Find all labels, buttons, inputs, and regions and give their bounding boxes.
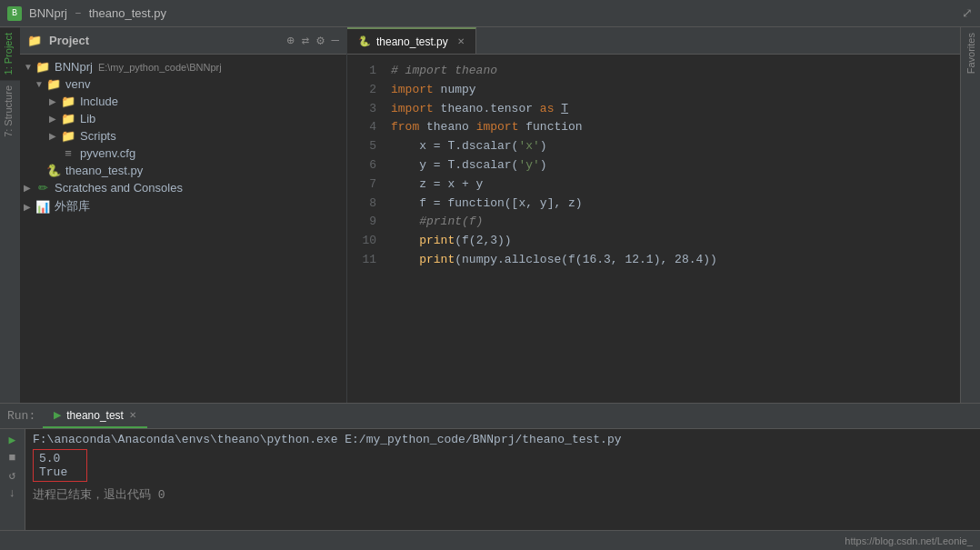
code-line-9: #print(f) [391,213,953,232]
scroll-icon[interactable]: ↓ [9,486,16,500]
run-tab-icon: ▶ [54,409,61,421]
code-token: ) [540,156,547,175]
code-token: print [419,251,455,270]
lib-folder-icon: 📁 [60,112,76,125]
run-tab[interactable]: ▶ theano_test ✕ [43,404,147,428]
tree-item-bnnprj[interactable]: ▼ 📁 BNNprj E:\my_python_code\BNNprj [20,58,346,75]
console-result-block: 5.0 True [33,448,973,483]
rerun-icon[interactable]: ↺ [9,468,16,483]
tree-label-theano: theano_test.py [65,164,143,177]
expand-arrow: ▶ [49,114,60,124]
stop-icon[interactable]: ■ [9,451,16,465]
run-tab-close[interactable]: ✕ [129,410,136,420]
tree-item-scratches[interactable]: ▶ ✏ Scratches and Consoles [20,179,346,196]
tree-item-pyvenv[interactable]: ▶ ≡ pyvenv.cfg [20,145,346,162]
tree-item-external-libs[interactable]: ▶ 📊 外部库 [20,196,346,216]
settings-icon[interactable]: ⚙ [316,33,324,48]
expand-arrow: ▶ [49,131,60,141]
editor-tab-theano[interactable]: 🐍 theano_test.py ✕ [347,27,476,54]
sidebar-tree: ▼ 📁 BNNprj E:\my_python_code\BNNprj ▼ 📁 … [20,55,346,403]
console-output: F:\anaconda\Anaconda\envs\theano\python.… [25,429,980,530]
status-url: https://blog.csdn.net/Leonie_ [845,535,973,546]
project-name: BNNprj [29,6,67,20]
tree-label-include: Include [80,95,118,108]
code-token: function [525,118,582,137]
code-token: f = function([x, y], z) [391,195,583,214]
code-token: (f(2,3)) [455,232,511,251]
collapse-icon[interactable]: ⇄ [302,33,309,48]
scripts-folder-icon: 📁 [60,129,76,143]
editor-tabs: 🐍 theano_test.py ✕ [347,27,960,55]
left-panel-strip: 1: Project 7: Structure [0,27,20,403]
code-token: 'y' [518,156,539,175]
structure-panel-label[interactable]: 7: Structure [0,80,20,143]
bottom-panel: Run: ▶ theano_test ✕ ▶ ■ ↺ ↓ F:\anaconda… [0,403,980,530]
code-line-6: y = T.dscalar('y') [391,156,953,175]
code-line-1: # import theano [391,62,953,81]
code-token: ) [540,137,547,156]
tab-py-icon: 🐍 [358,35,371,47]
sidebar-header: 📁 Project ⊕ ⇄ ⚙ — [20,27,346,55]
tree-item-theano-test[interactable]: ▶ 🐍 theano_test.py [20,162,346,179]
code-token: numpy [441,81,476,100]
tree-label-lib: Lib [80,112,95,125]
code-line-4: from theano import function [391,118,953,137]
cfg-icon: ≡ [60,146,76,160]
code-line-10: print(f(2,3)) [391,232,953,251]
add-icon[interactable]: ⊕ [286,33,294,48]
tree-label-pyvenv: pyvenv.cfg [80,146,135,160]
expand-arrow: ▶ [24,202,35,212]
console-status: 进程已结束，退出代码 0 [33,486,973,503]
run-tab-label: theano_test [66,409,124,422]
tree-label-external: 外部库 [55,198,90,215]
code-content[interactable]: # import theano import numpy import thea… [384,55,960,403]
tree-item-include[interactable]: ▶ 📁 Include [20,93,346,110]
expand-arrow: ▶ [24,183,35,193]
tree-path: E:\my_python_code\BNNprj [98,62,222,73]
run-button[interactable]: ▶ [9,433,16,447]
expand-arrow: ▶ [49,96,60,106]
app-icon: B [7,6,22,21]
code-token: #print(f) [391,213,483,232]
tree-item-scripts[interactable]: ▶ 📁 Scripts [20,127,346,145]
tab-close-icon[interactable]: ✕ [457,36,465,46]
sidebar-header-icons: ⊕ ⇄ ⚙ — [286,33,339,48]
tab-label: theano_test.py [376,35,448,48]
tree-label-venv: venv [65,77,90,91]
code-token: print [419,232,455,251]
code-token [391,251,419,270]
code-line-8: f = function([x, y], z) [391,195,953,214]
venv-folder-icon: 📁 [45,77,62,91]
code-token: x = T.dscalar( [391,137,518,156]
code-token: # import theano [391,62,497,81]
project-panel-label[interactable]: 1: Project [0,27,20,80]
code-token [391,232,419,251]
expand-icon[interactable]: ⤢ [962,5,973,21]
code-token: as [540,100,561,119]
libs-icon: 📊 [35,200,51,214]
code-token: T [561,100,568,119]
line-numbers: 1 2 3 4 5 6 7 8 9 10 11 [347,55,384,403]
tree-item-venv[interactable]: ▼ 📁 venv [20,75,346,93]
code-token: import [391,100,441,119]
code-line-11: print(numpy.allclose(f(16.3, 12.1), 28.4… [391,251,953,270]
console-command: F:\anaconda\Anaconda\envs\theano\python.… [33,433,973,446]
folder-icon: 📁 [27,34,42,48]
favorites-label[interactable]: Favorites [963,27,979,79]
code-token: from [391,118,426,137]
sidebar: 📁 Project ⊕ ⇄ ⚙ — ▼ 📁 BNNprj E:\my_pytho… [20,27,347,403]
expand-arrow: ▼ [24,62,35,72]
code-token: import [391,81,441,100]
editor-area: 🐍 theano_test.py ✕ 1 2 3 4 5 6 7 8 9 10 … [347,27,960,403]
hide-icon[interactable]: — [332,33,339,48]
code-token: 'x' [518,137,539,156]
console-left-icons: ▶ ■ ↺ ↓ [0,429,25,530]
tree-label-scratches: Scratches and Consoles [55,181,183,195]
main-content: 1: Project 7: Structure 📁 Project ⊕ ⇄ ⚙ … [0,27,980,403]
bottom-tabs: Run: ▶ theano_test ✕ [0,404,980,429]
code-token: theano [426,118,476,137]
code-line-5: x = T.dscalar('x') [391,137,953,156]
tree-item-lib[interactable]: ▶ 📁 Lib [20,110,346,127]
sidebar-title: Project [49,34,89,47]
code-token: z = x + y [391,175,483,195]
